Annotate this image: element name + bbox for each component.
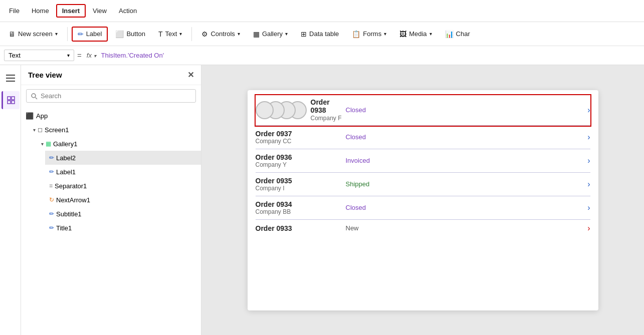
screen1-expand-icon: ▾ [33,127,36,133]
tree-title: Tree view [28,71,62,79]
row-status: Closed [346,133,588,141]
toolbar: 🖥 New screen ▾ ✏ Label ⬜ Button T Text ▾… [0,22,644,46]
forms-icon: 📋 [352,30,360,38]
menu-home[interactable]: Home [27,5,54,17]
gallery-icon: ▦ [253,30,260,38]
forms-button[interactable]: 📋 Forms ▾ [346,27,392,41]
svg-rect-4 [12,97,15,100]
tree-item-title1[interactable]: ✏ Title1 [45,221,201,235]
formula-fx-chevron-icon: ▾ [94,53,96,59]
row-order: Order 0933 [256,224,346,232]
gallery-button[interactable]: ▦ Gallery ▾ [248,27,293,41]
controls-button[interactable]: ⚙ Controls ▾ [196,27,245,41]
formula-dropdown-chevron-icon: ▾ [67,53,70,58]
formula-dropdown[interactable]: Text ▾ [4,50,74,61]
row-order: Order 0938 [311,98,346,115]
media-icon: 🖼 [399,30,406,38]
svg-rect-3 [8,97,11,100]
controls-chevron-icon: ▾ [238,31,240,37]
new-screen-button[interactable]: 🖥 New screen ▾ [3,27,63,41]
media-button[interactable]: 🖼 Media ▾ [394,27,437,41]
row-status: New [346,224,588,232]
row-arrow-icon: › [587,203,590,212]
tree-close-icon[interactable]: ✕ [187,70,194,80]
tree-item-label2[interactable]: ✏ Label2 [45,151,201,165]
tree-item-label1[interactable]: ✏ Label1 [45,165,201,179]
row-order: Order 0936 [256,153,346,161]
row-arrow-icon: › [587,224,590,233]
svg-rect-2 [6,81,15,82]
tree-item-app[interactable]: ⬛ App [21,109,201,123]
label1-icon: ✏ [49,168,54,175]
text-button[interactable]: T Text ▾ [153,27,187,41]
tree-header: Tree view ✕ [21,65,201,85]
table-row[interactable]: Order 0937 Company CC Closed › [256,126,590,149]
formula-bar: Text ▾ = fx ▾ ThisItem.'Created On' [0,46,644,65]
chart-button[interactable]: 📊 Char [440,27,476,41]
tree-item-nextarrow1-label: NextArrow1 [56,196,90,204]
row-arrow-icon: › [587,133,590,142]
tree-item-subtitle1[interactable]: ✏ Subtitle1 [45,207,201,221]
button-button[interactable]: ⬜ Button [110,27,151,41]
label-icon: ✏ [78,30,84,38]
new-screen-chevron-icon: ▾ [55,31,58,37]
forms-chevron-icon: ▾ [384,31,386,37]
gallery1-icon: ▦ [46,140,51,147]
row-order: Order 0934 [256,200,346,208]
screen1-icon: ◻ [38,126,43,133]
label2-icon: ✏ [49,154,54,161]
menu-insert[interactable]: Insert [56,4,86,18]
tree-item-gallery1-label: Gallery1 [53,140,77,148]
button-icon: ⬜ [115,30,124,38]
row-status: Closed [346,204,588,211]
row-left: Order 0936 Company Y [256,153,346,168]
tree-item-separator1[interactable]: ≡ Separator1 [45,179,201,193]
layers-icon[interactable] [2,91,20,109]
row-left: Order 0933 [256,224,346,232]
tree-item-label1-label: Label1 [56,168,76,176]
chart-icon: 📊 [445,30,454,38]
svg-line-8 [36,97,38,99]
canvas-area: Order 0938 Company F Closed › Order 0937… [201,65,644,335]
gallery-chevron-icon: ▾ [285,31,288,37]
menu-bar: File Home Insert View Action [0,0,644,22]
formula-content[interactable]: ThisItem.'Created On' [99,51,640,60]
table-row[interactable]: Order 0934 Company BB Closed › [256,196,590,220]
row-company: Company Y [256,161,346,168]
formula-equals: = [77,51,82,60]
row-left: Order 0937 Company CC [256,130,346,145]
tree-item-nextarrow1[interactable]: ↻ NextArrow1 [45,193,201,207]
row-order: Order 0937 [256,130,346,138]
text-icon: T [158,30,163,38]
table-row[interactable]: Order 0935 Company I Shipped › [256,173,590,196]
new-screen-icon: 🖥 [9,30,16,38]
menu-file[interactable]: File [4,5,25,17]
row-arrow-icon: › [587,180,590,189]
row-left: Order 0935 Company I [256,177,346,192]
row-arrow-icon: › [587,106,590,115]
gallery1-expand-icon: ▾ [41,141,44,147]
tree-search-box[interactable] [26,89,196,103]
tree-items: ⬛ App ▾ ◻ Screen1 ▾ ▦ Gallery1 ✏ Label2 [21,107,201,335]
menu-action[interactable]: Action [114,5,142,17]
tree-item-app-label: App [36,112,48,120]
row-status: Invoiced [346,157,588,164]
search-input[interactable] [41,92,191,100]
tree-item-gallery1[interactable]: ▾ ▦ Gallery1 [37,137,201,151]
hamburger-menu-icon[interactable] [2,69,20,87]
subtitle1-icon: ✏ [49,210,54,217]
menu-view[interactable]: View [88,5,112,17]
gallery-container: Order 0938 Company F Closed › Order 0937… [248,90,598,242]
tree-item-screen1[interactable]: ▾ ◻ Screen1 [29,123,201,137]
table-row[interactable]: Order 0938 Company F Closed › [256,95,590,126]
row-status: Closed [346,106,588,114]
datatable-button[interactable]: ⊞ Data table [295,27,344,41]
app-icon: ⬛ [25,112,34,120]
label-button[interactable]: ✏ Label [72,27,108,42]
table-row[interactable]: Order 0933 New › [256,220,590,237]
row-order: Order 0935 [256,177,346,185]
svg-point-7 [32,94,36,98]
row-company: Company F [311,115,346,122]
table-row[interactable]: Order 0936 Company Y Invoiced › [256,149,590,173]
formula-dropdown-value: Text [9,52,21,59]
